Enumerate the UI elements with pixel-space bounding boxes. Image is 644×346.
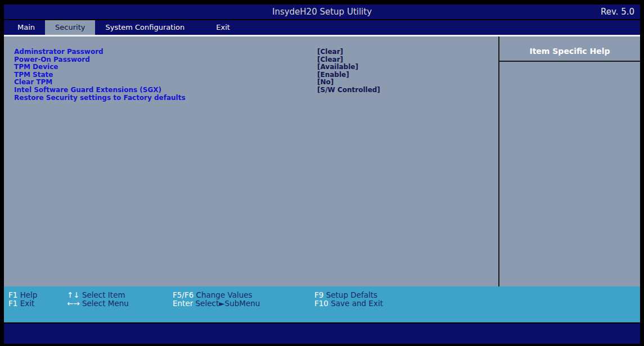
hint-select-item: ↑↓ Select Item [67, 290, 125, 299]
item-specific-help-panel: Item Specific Help [499, 37, 640, 286]
tab-main[interactable]: Main [7, 20, 45, 35]
setting-label: Intel Software Guard Extensions (SGX) [14, 86, 317, 94]
hint-change-values: F5/F6 Change Values [173, 290, 253, 299]
setting-tpm-state[interactable]: TPM State [Enable] [14, 71, 498, 79]
bottom-navy-strip [4, 324, 640, 344]
setting-label: Adminstrator Password [14, 48, 317, 56]
setting-value: [No] [317, 79, 334, 86]
setting-intel-sgx[interactable]: Intel Software Guard Extensions (SGX) [S… [14, 86, 498, 94]
hint-help: F1 Help [8, 290, 37, 299]
menu-tab-bar: Main Security System Configuration Exit [4, 20, 640, 35]
setting-label: Clear TPM [14, 79, 317, 86]
utility-title: InsydeH20 Setup Utility [4, 7, 640, 17]
tab-system-configuration[interactable]: System Configuration [95, 20, 195, 35]
setting-power-on-password[interactable]: Power-On Password [Clear] [14, 56, 498, 64]
f1-key-label: F1 [8, 299, 17, 308]
hint-row-2: F1 Exit ←→ Select Menu Enter Select►SubM… [4, 299, 640, 307]
hotkey-hint-bar: F1 Help ↑↓ Select Item F5/F6 Change Valu… [4, 286, 640, 322]
setting-value: [Available] [317, 63, 358, 71]
tab-exit[interactable]: Exit [206, 20, 240, 35]
bios-window: InsydeH20 Setup Utility Rev. 5.0 Main Se… [4, 4, 640, 344]
f10-key-label: F10 [314, 299, 328, 308]
f5-f6-key-label: F5/F6 [173, 290, 193, 299]
revision-label: Rev. 5.0 [601, 7, 634, 17]
f1-key-label: F1 [8, 290, 17, 299]
setting-label: Restore Security settings to Factory def… [14, 94, 317, 102]
up-down-arrows-icon: ↑↓ [67, 290, 80, 299]
setting-tpm-device[interactable]: TPM Device [Available] [14, 63, 498, 71]
setting-value: [Clear] [317, 48, 343, 56]
setting-label: Power-On Password [14, 56, 317, 64]
setting-value: [Clear] [317, 56, 343, 64]
setting-clear-tpm[interactable]: Clear TPM [No] [14, 79, 498, 86]
setting-value: [Enable] [317, 71, 349, 79]
title-bar: InsydeH20 Setup Utility Rev. 5.0 [4, 4, 640, 19]
setting-label: TPM Device [14, 63, 317, 71]
f9-key-label: F9 [314, 290, 323, 299]
hint-select-submenu: Enter Select►SubMenu [173, 299, 260, 308]
hint-exit: F1 Exit [8, 299, 34, 308]
setting-administrator-password[interactable]: Adminstrator Password [Clear] [14, 48, 498, 56]
help-panel-title: Item Specific Help [499, 47, 640, 62]
setting-label: TPM State [14, 71, 317, 79]
hint-select-menu: ←→ Select Menu [67, 299, 129, 308]
hint-setup-defaults: F9 Setup Defalts [314, 290, 377, 299]
left-right-arrows-icon: ←→ [67, 299, 80, 308]
setting-value: [S/W Controlled] [317, 86, 380, 94]
tab-security[interactable]: Security [45, 20, 95, 35]
hint-row-1: F1 Help ↑↓ Select Item F5/F6 Change Valu… [4, 290, 640, 299]
settings-list: Adminstrator Password [Clear] Power-On P… [4, 37, 498, 286]
setting-restore-security-defaults[interactable]: Restore Security settings to Factory def… [14, 94, 498, 102]
hint-save-and-exit: F10 Save and Exit [314, 299, 383, 308]
content-area: Adminstrator Password [Clear] Power-On P… [4, 37, 640, 286]
enter-key-label: Enter [173, 299, 193, 308]
